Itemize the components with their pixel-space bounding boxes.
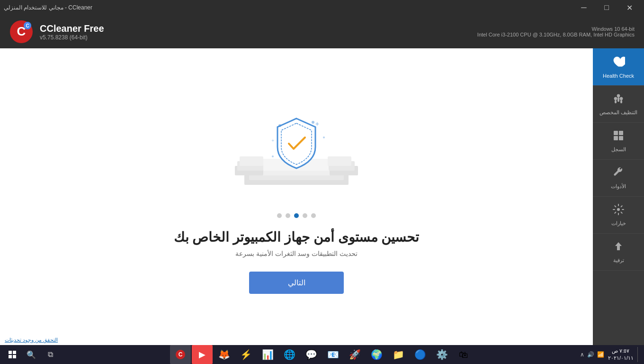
shield-illustration: + + (206, 100, 386, 204)
tray-volume[interactable]: 🔊 (587, 351, 594, 358)
sidebar-item-health-check[interactable]: Health Check (593, 48, 644, 86)
tray-network[interactable]: 📶 (597, 351, 604, 358)
carousel-dots (277, 213, 316, 218)
title-bar-left: مجاني للاستخدام المنزلي - CCleaner (4, 4, 92, 11)
tools-icon (612, 166, 625, 181)
main-subtitle: تحديث التطبيقات وسد الثغرات الأمنية بسرع… (235, 250, 358, 257)
svg-text:C: C (179, 351, 183, 358)
svg-rect-9 (620, 100, 622, 103)
registry-icon (612, 129, 625, 144)
main-title: تحسين مستوى أمن جهاز الكمبيوتر الخاص بك (174, 229, 420, 245)
sidebar-label-registry: السجل (611, 146, 626, 153)
svg-rect-31 (9, 351, 12, 354)
health-check-icon (612, 55, 625, 70)
dot-1[interactable] (311, 213, 316, 218)
sidebar-item-tools[interactable]: الأدوات (593, 160, 644, 197)
svg-rect-21 (240, 156, 263, 166)
app-name: CCleaner Free (40, 23, 104, 34)
svg-text:+: + (315, 120, 319, 127)
svg-point-29 (323, 136, 325, 138)
app-version: v5.75.8238 (64-bit) (40, 34, 104, 41)
dot-2[interactable] (303, 213, 307, 218)
taskbar-app-rocket[interactable]: 🚀 (344, 345, 365, 364)
taskbar-app-outlook[interactable]: 📧 (322, 345, 343, 364)
sys-tray: ∧ 🔊 📶 (580, 351, 604, 358)
sidebar-item-options[interactable]: خيارات (593, 197, 644, 234)
app-header-left: C C CCleaner Free v5.75.8238 (64-bit) (9, 20, 104, 44)
tray-show-desktop[interactable] (637, 347, 640, 362)
svg-point-14 (617, 208, 620, 211)
sidebar-item-registry[interactable]: السجل (593, 123, 644, 160)
app-header: C C CCleaner Free v5.75.8238 (64-bit) Wi… (0, 15, 644, 48)
main-layout: Health Check التنظيف المخصص (0, 48, 644, 345)
taskbar: 🔍 ⧉ C ▶ 🦊 ⚡ 📊 🌐 💬 📧 (0, 345, 644, 364)
close-button[interactable]: ✕ (618, 0, 640, 15)
taskbar-right: ∧ 🔊 📶 ٧:٥٧ ص ٢٠٢١/٠١/١١ (580, 347, 640, 362)
svg-rect-8 (615, 100, 617, 103)
next-button[interactable]: التالي (249, 272, 344, 294)
dot-3[interactable] (294, 213, 299, 218)
svg-rect-11 (619, 131, 623, 135)
sidebar-label-upgrade: ترقية (613, 257, 624, 264)
dot-4[interactable] (286, 213, 290, 218)
svg-rect-24 (328, 156, 351, 166)
options-icon (612, 203, 625, 218)
svg-rect-34 (13, 355, 16, 358)
taskbar-apps: C ▶ 🦊 ⚡ 📊 🌐 💬 📧 🚀 🌍 📁 (170, 345, 474, 364)
svg-point-30 (272, 155, 274, 157)
sysinfo-line1: Windows 10 64-bit (477, 26, 635, 32)
svg-point-4 (617, 94, 620, 97)
svg-rect-32 (13, 351, 16, 354)
sidebar-label-options: خيارات (611, 220, 626, 227)
taskbar-app-browser[interactable]: 🌍 (366, 345, 387, 364)
taskbar-left: 🔍 ⧉ (4, 347, 59, 362)
svg-rect-5 (617, 97, 619, 102)
tray-arrow[interactable]: ∧ (580, 351, 584, 358)
title-bar-controls: ─ □ ✕ (573, 0, 640, 15)
taskbar-app-ccleaner[interactable]: C (170, 345, 191, 364)
svg-point-7 (620, 97, 623, 100)
app-logo: C C (9, 20, 33, 44)
taskbar-app-store[interactable]: 🛍 (453, 345, 474, 364)
sidebar-item-upgrade[interactable]: ترقية (593, 234, 644, 271)
minimize-button[interactable]: ─ (573, 0, 595, 15)
illustration-container: + + (206, 100, 386, 204)
svg-point-25 (278, 124, 281, 127)
svg-text:C: C (26, 23, 29, 28)
sysinfo-line2: Intel Core i3-2100 CPU @ 3.10GHz, 8.0GB … (477, 32, 635, 37)
taskbar-app-media[interactable]: ▶ (192, 345, 213, 364)
sidebar-label-tools: الأدوات (611, 183, 626, 190)
update-link[interactable]: التحقق من وجود تحديثات (5, 337, 58, 343)
taskbar-app-excel[interactable]: 📊 (257, 345, 278, 364)
svg-rect-12 (614, 136, 618, 140)
taskbar-app-explorer[interactable]: 📁 (388, 345, 409, 364)
task-view-button[interactable]: ⧉ (42, 347, 59, 362)
svg-rect-33 (9, 355, 12, 358)
svg-rect-10 (614, 131, 618, 135)
search-button[interactable]: 🔍 (23, 347, 40, 362)
upgrade-icon (612, 240, 625, 255)
content-area: + + تحسين مستوى أمن جهاز الكمبيوتر الخاص… (0, 48, 593, 345)
app-sysinfo: Windows 10 64-bit Intel Core i3-2100 CPU… (477, 26, 635, 37)
taskbar-app-speedtest[interactable]: ⚡ (235, 345, 256, 364)
svg-text:+: + (271, 138, 274, 143)
clock-date: ٢٠٢١/٠١/١١ (608, 355, 634, 362)
dot-5[interactable] (277, 213, 282, 218)
sidebar-label-health-check: Health Check (603, 73, 634, 79)
taskbar-app-settings[interactable]: ⚙️ (431, 345, 452, 364)
title-bar-title: مجاني للاستخدام المنزلي - CCleaner (4, 4, 92, 11)
sidebar: Health Check التنظيف المخصص (593, 48, 644, 345)
taskbar-app-whatsapp[interactable]: 💬 (301, 345, 322, 364)
clock-time: ٧:٥٧ ص (608, 347, 634, 355)
taskbar-app-firefox[interactable]: 🦊 (214, 345, 234, 364)
system-clock[interactable]: ٧:٥٧ ص ٢٠٢١/٠١/١١ (606, 347, 635, 362)
start-button[interactable] (4, 347, 21, 362)
taskbar-app-ie[interactable]: 🔵 (410, 345, 430, 364)
app-name-block: CCleaner Free v5.75.8238 (64-bit) (40, 23, 104, 41)
maximize-button[interactable]: □ (596, 0, 617, 15)
sidebar-item-custom-clean[interactable]: التنظيف المخصص (593, 86, 644, 123)
sidebar-label-custom-clean: التنظيف المخصص (599, 109, 637, 116)
svg-point-26 (312, 121, 314, 124)
taskbar-app-edge[interactable]: 🌐 (279, 345, 300, 364)
svg-point-6 (614, 97, 617, 100)
